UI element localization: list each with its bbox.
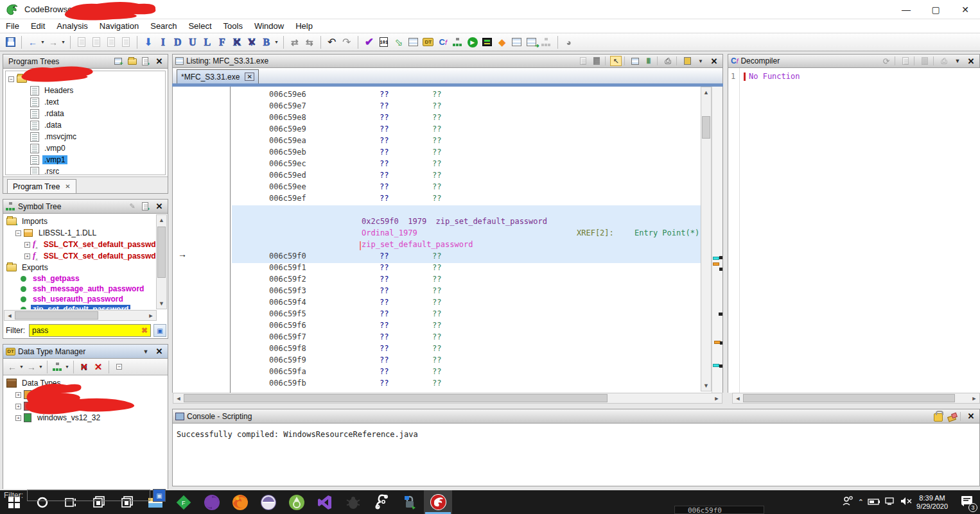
listing-row[interactable]: 006c59f6???? — [232, 321, 701, 332]
byte-cell[interactable]: ?? — [380, 171, 389, 180]
dtm-back-icon[interactable]: ← — [6, 361, 19, 373]
maximize-button[interactable]: ▢ — [921, 0, 950, 19]
address-cell[interactable]: 006c59ec — [269, 159, 306, 168]
back-icon[interactable]: ← — [26, 36, 39, 49]
clock[interactable]: 8:39 AM 9/29/2020 — [916, 494, 948, 511]
cursor-tool-icon[interactable]: ↖ — [610, 56, 622, 66]
dtm-n-filter-icon[interactable]: N — [78, 361, 91, 373]
scroll-left-icon[interactable]: ◄ — [4, 311, 15, 320]
program-tree-item[interactable]: .data — [30, 119, 165, 131]
symbol-tree-hscrollbar[interactable]: ◄ ► — [4, 310, 157, 321]
listing-row[interactable]: 006c59f3???? — [232, 286, 701, 298]
marker-orange[interactable] — [713, 262, 719, 266]
listing-header[interactable]: Listing: MFC_S3.31.exe ↖ 𝄃𝄃 ⎙ ▼ ✕ — [173, 55, 722, 68]
paste-icon[interactable] — [591, 56, 602, 66]
frida-icon[interactable] — [367, 490, 396, 514]
import-results-icon[interactable]: ⬂ — [392, 36, 405, 49]
data-types-root[interactable]: Data Types — [6, 377, 167, 389]
swap-in-icon[interactable]: ⇄ — [288, 36, 301, 49]
visual-studio-icon[interactable] — [311, 490, 339, 514]
byte-cell[interactable]: ?? — [432, 298, 441, 307]
close-button[interactable]: ✕ — [950, 0, 980, 19]
program-tree-item[interactable]: .vmp0 — [30, 142, 165, 154]
listing-row[interactable]: 006c59e8???? — [232, 113, 701, 124]
address-cell[interactable]: 006c59ea — [269, 136, 306, 145]
byte-cell[interactable]: ?? — [380, 379, 389, 388]
listing-row[interactable]: 006c59ed???? — [232, 171, 701, 182]
patch-icon-3[interactable] — [105, 36, 118, 49]
byte-cell[interactable]: ?? — [380, 124, 389, 133]
dtm-collapse-all-icon[interactable]: − — [113, 361, 126, 373]
byte-cell[interactable]: ?? — [432, 148, 441, 157]
symbol-tree-vscrollbar[interactable]: ▲ ▼ — [156, 214, 167, 309]
diamond-icon[interactable]: ◆ — [496, 36, 509, 49]
export-symbols-icon[interactable]: ➜ — [140, 201, 152, 212]
undo-icon[interactable]: ↶ — [326, 36, 338, 49]
clear-k-icon[interactable]: K — [231, 36, 243, 49]
byte-cell[interactable]: ?? — [432, 263, 441, 272]
byte-cell[interactable]: ?? — [380, 332, 389, 341]
listing-row[interactable]: 006c59f2???? — [232, 275, 701, 286]
patch-icon-4[interactable] — [119, 36, 132, 49]
collapse-icon[interactable]: − — [15, 230, 21, 236]
listing-row[interactable]: 006c59f4???? — [232, 298, 701, 309]
dtm-archive-row[interactable]: + — [6, 400, 167, 412]
address-cell[interactable]: 006c59f4 — [269, 298, 306, 307]
export-symbol-row[interactable]: ssh_message_auth_password — [6, 284, 156, 294]
dtm-pointer-filter-icon[interactable]: ☞ — [92, 361, 105, 373]
address-cell[interactable]: 006c59e7 — [269, 101, 306, 110]
menu-edit[interactable]: Edit — [25, 20, 51, 32]
byte-cell[interactable]: ?? — [380, 182, 389, 191]
byte-cell[interactable]: ?? — [380, 321, 389, 330]
instruction-i-icon[interactable]: I — [157, 36, 170, 49]
minimize-button[interactable]: — — [891, 0, 921, 19]
symbol-tree-header[interactable]: Symbol Tree ✎ ➜ ✕ — [3, 200, 168, 214]
scroll-right-icon[interactable]: ► — [712, 393, 722, 403]
address-cell[interactable]: 006c59f5 — [269, 309, 306, 318]
menu-window[interactable]: Window — [249, 20, 290, 32]
byte-cell[interactable]: ?? — [432, 101, 441, 110]
address-cell[interactable]: 006c59e6 — [269, 90, 306, 99]
anchor-icon[interactable] — [540, 36, 553, 49]
byte-cell[interactable]: ?? — [380, 194, 389, 203]
scroll-right-icon[interactable]: ► — [146, 311, 156, 320]
address-cell[interactable]: 006c59f9 — [269, 356, 306, 364]
listing-format-dropdown-icon[interactable]: ▼ — [695, 56, 706, 66]
decompiler-dropdown-icon[interactable]: ▼ — [952, 56, 963, 66]
program-tree-item[interactable]: .msvcjmc — [30, 131, 165, 142]
dtm-archive-row[interactable]: + windows_vs12_32 — [6, 412, 167, 424]
byte-cell[interactable]: ?? — [432, 356, 441, 364]
byte-cell[interactable]: ?? — [432, 136, 441, 145]
program-tree-item[interactable]: .rsrc — [30, 166, 165, 175]
byte-cell[interactable]: ?? — [380, 159, 389, 168]
listing-vscrollbar[interactable]: ▲ ▼ — [701, 87, 712, 391]
dtm-filter-options-icon[interactable]: ▣ — [153, 489, 166, 502]
scroll-down-icon[interactable]: ▼ — [701, 381, 711, 391]
decompiler-body[interactable]: 1 No Function — [728, 68, 980, 393]
dtm-header[interactable]: DT Data Type Manager ▼ ✕ — [3, 345, 168, 359]
export-symbol-row-selected[interactable]: zip_set_default_password — [6, 304, 156, 309]
listing-row[interactable]: 006c59fb???? — [232, 379, 701, 390]
listing-row[interactable]: 006c59ea???? — [232, 136, 701, 148]
console-close-icon[interactable]: ✕ — [965, 411, 977, 422]
export-symbol-row[interactable]: ssh_getpass — [6, 273, 156, 284]
refresh-icon[interactable]: ⟳ — [880, 56, 892, 66]
address-cell[interactable]: 006c59f6 — [269, 321, 306, 330]
program-trees-header[interactable]: Program Trees + ➜ ✕ — [3, 55, 168, 69]
byte-cell[interactable]: ?? — [380, 136, 389, 145]
byte-cell[interactable]: ?? — [380, 101, 389, 110]
lock-app-icon[interactable] — [396, 490, 424, 514]
imports-node[interactable]: ▲Imports — [6, 216, 156, 227]
menu-file[interactable]: File — [0, 20, 25, 32]
byte-cell[interactable]: ?? — [432, 113, 441, 122]
program-tree-item[interactable]: .rdata — [30, 108, 165, 119]
android-studio-icon[interactable] — [283, 490, 311, 514]
address-cell[interactable]: 006c59f7 — [269, 332, 306, 341]
scroll-right-icon[interactable]: ► — [969, 393, 979, 403]
byte-cell[interactable]: ?? — [432, 367, 441, 376]
program-tree-item[interactable]: .text — [30, 96, 165, 108]
program-tree-tab-close-icon[interactable]: ✕ — [65, 183, 70, 190]
validate-check-icon[interactable]: ✔ — [363, 36, 376, 49]
program-tree-item[interactable]: Headers — [30, 85, 165, 96]
byte-cell[interactable]: ?? — [380, 252, 389, 261]
